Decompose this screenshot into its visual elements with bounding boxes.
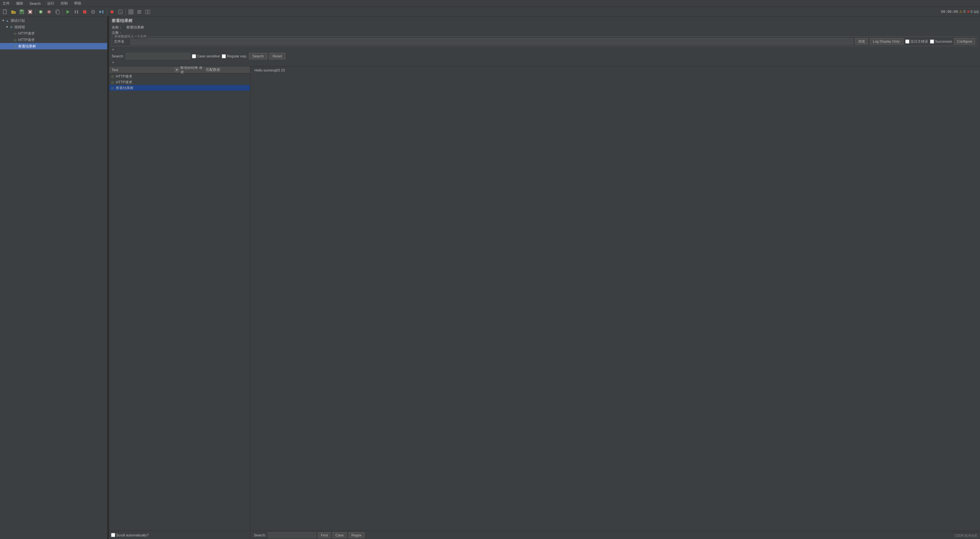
run-count: 0/0 — [974, 10, 979, 14]
case-button[interactable]: Case — [332, 532, 347, 538]
sort-button[interactable]: ▼ — [175, 68, 179, 72]
tree-label: HTTP请求 — [18, 38, 35, 42]
right-panel: 察看结果树 名称： 察看结果树 注释： 所有数据写入一个文件 文件名 浏览 Lo… — [109, 17, 980, 539]
svg-rect-12 — [75, 10, 76, 13]
results-list: ◎ HTTP请求 ◎ HTTP请求 ◎ 察看结果树 — [109, 73, 250, 531]
add-button[interactable] — [37, 8, 45, 16]
bottom-search-input[interactable] — [268, 532, 316, 538]
list-button[interactable] — [135, 8, 143, 16]
tree-item-test-plan[interactable]: ▼ ▲ 测试计划 — [0, 17, 107, 24]
menu-search[interactable]: Search — [28, 2, 42, 5]
split-button[interactable] — [144, 8, 151, 16]
tree-label: 察看结果树 — [18, 44, 36, 49]
svg-rect-17 — [102, 10, 103, 13]
menu-control[interactable]: 控制 — [59, 1, 69, 6]
view-icon: ◎ — [13, 44, 18, 48]
svg-rect-24 — [137, 10, 141, 11]
errors-check[interactable]: 仅注主错误 — [905, 39, 928, 44]
case-sensitive-checkbox[interactable] — [192, 54, 196, 59]
svg-marker-11 — [67, 10, 70, 14]
regex-checkbox[interactable] — [222, 54, 226, 59]
svg-rect-13 — [77, 10, 78, 13]
menu-run[interactable]: 运行 — [46, 1, 56, 6]
result-row-3[interactable]: ◎ 察看结果树 — [109, 85, 250, 91]
record-button[interactable] — [108, 8, 116, 16]
find-button[interactable]: Find — [318, 532, 331, 538]
successes-checkbox[interactable] — [930, 40, 934, 44]
browse-button[interactable]: 浏览 — [855, 38, 868, 44]
menu-help[interactable]: 帮助 — [73, 1, 83, 6]
bottom-bar: Scroll automatically? — [109, 531, 250, 539]
search-row: Search: Case sensitive Regular exp. Sear… — [112, 52, 977, 60]
name-row: 名称： 察看结果树 — [112, 25, 977, 30]
tree-label: 线程组 — [14, 25, 25, 30]
filename-input[interactable] — [130, 38, 853, 44]
regex-check[interactable]: Regular exp. — [222, 54, 247, 59]
scroll-check[interactable]: Scroll automatically? — [111, 533, 149, 537]
configure-button[interactable]: Configure — [954, 38, 975, 44]
svg-marker-16 — [99, 10, 102, 13]
menu-edit[interactable]: 编辑 — [15, 1, 24, 6]
result-icon-3: ◎ — [110, 86, 115, 90]
script-button[interactable] — [116, 8, 124, 16]
results-title: 察看结果树 — [112, 18, 977, 24]
result-label-1: HTTP请求 — [116, 74, 132, 79]
file-section: 所有数据写入一个文件 文件名 浏览 Log Display Only: 仅注主错… — [112, 36, 977, 46]
svg-rect-28 — [148, 10, 150, 14]
copy-button[interactable] — [54, 8, 61, 16]
expand-row-2[interactable]: ▼ — [112, 60, 977, 65]
tree-item-thread-group[interactable]: ▼ ⚙ 线程组 — [0, 24, 107, 30]
results-detail-panel: Hello sumeng03 23 Search: Find Case Rege… — [252, 67, 980, 539]
pause-button[interactable] — [73, 8, 80, 16]
result-row-1[interactable]: ◎ HTTP请求 — [109, 73, 250, 79]
debug-button[interactable] — [89, 8, 97, 16]
new-file-button[interactable] — [1, 8, 9, 16]
csdn-label: CSDN 技术社区 — [955, 534, 977, 538]
search-input[interactable] — [126, 53, 190, 59]
results-header: 察看结果树 名称： 察看结果树 注释： 所有数据写入一个文件 文件名 浏览 Lo… — [109, 17, 980, 67]
result-icon-2: ◎ — [110, 80, 115, 84]
scroll-checkbox[interactable] — [111, 533, 115, 537]
case-sensitive-check[interactable]: Case sensitive — [192, 54, 220, 59]
main-layout: ▼ ▲ 测试计划 ▼ ⚙ 线程组 ▶ ◎ HTTP请求 ▶ ◎ HTTP请求 — [0, 17, 980, 539]
left-panel: ▼ ▲ 测试计划 ▼ ⚙ 线程组 ▶ ◎ HTTP请求 ▶ ◎ HTTP请求 — [0, 17, 108, 539]
tree-item-http-2[interactable]: ▶ ◎ HTTP请求 — [0, 36, 107, 43]
expand-icon-2: ▼ — [112, 61, 115, 64]
svg-rect-25 — [137, 11, 141, 12]
close-button[interactable] — [26, 8, 34, 16]
stop-button[interactable] — [81, 8, 89, 16]
regex-bottom-button[interactable]: Regex — [348, 532, 364, 538]
successes-check[interactable]: Successes — [930, 40, 952, 44]
errors-checkbox[interactable] — [905, 40, 909, 44]
search-button[interactable]: Search — [249, 53, 267, 59]
file-row: 文件名 浏览 Log Display Only: 仅注主错误 Successes… — [114, 38, 975, 44]
result-row-2[interactable]: ◎ HTTP请求 — [109, 79, 250, 85]
reset-button[interactable]: Reset — [269, 53, 286, 59]
tree-label: HTTP请求 — [18, 31, 35, 36]
open-button[interactable] — [10, 8, 18, 16]
svg-rect-2 — [11, 11, 16, 14]
toolbar-right: 00:00:00 ⚠ 0 ✖ 0 0/0 — [941, 10, 979, 14]
expand-row[interactable]: ▼ — [112, 48, 977, 52]
comment-row: 注释： — [112, 30, 977, 35]
http-icon: ◎ — [13, 31, 18, 36]
log-display-btn[interactable]: Log Display Only: — [870, 38, 903, 44]
step-button[interactable] — [97, 8, 105, 16]
svg-rect-26 — [137, 13, 141, 13]
results-content: Text ▼ 数包括结果 请求 匹配数据 ◎ HTTP请求 ◎ HTTP请求 — [109, 67, 980, 539]
menu-file[interactable]: 文件 — [1, 1, 11, 6]
menu-bar: 文件 编辑 Search 运行 控制 帮助 — [0, 0, 980, 7]
run-button[interactable] — [64, 8, 72, 16]
svg-rect-1 — [11, 11, 13, 11]
remove-button[interactable] — [45, 8, 53, 16]
arrow-icon: ▼ — [1, 19, 5, 22]
svg-point-18 — [110, 10, 114, 13]
tree-item-http-1[interactable]: ▶ ◎ HTTP请求 — [0, 30, 107, 36]
svg-rect-21 — [131, 10, 133, 11]
tree-area: ▼ ▲ 测试计划 ▼ ⚙ 线程组 ▶ ◎ HTTP请求 ▶ ◎ HTTP请求 — [0, 17, 107, 539]
tree-item-results[interactable]: ▶ ◎ 察看结果树 — [0, 43, 107, 49]
svg-rect-19 — [118, 10, 122, 14]
name-value: 察看结果树 — [126, 25, 144, 30]
grid-button[interactable] — [127, 8, 135, 16]
save-button[interactable] — [18, 8, 25, 16]
